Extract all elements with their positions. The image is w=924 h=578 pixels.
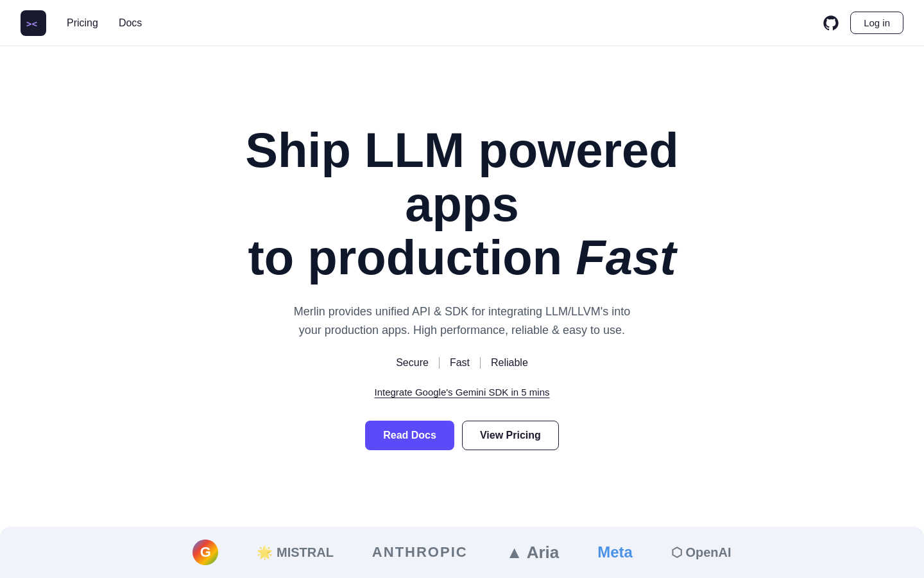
navbar: Pricing Docs Log in [0, 0, 924, 46]
aria-logo: ▲ Aria [506, 543, 560, 563]
hero-badges: Secure Fast Reliable [396, 357, 528, 369]
nav-link-pricing[interactable]: Pricing [67, 17, 98, 29]
hero-title-line1: Ship LLM powered apps [245, 123, 679, 231]
anthropic-logo: ANTHROPIC [372, 544, 468, 561]
hero-buttons: Read Docs View Pricing [365, 421, 559, 450]
badge-fast: Fast [450, 357, 470, 369]
login-button[interactable]: Log in [850, 12, 903, 34]
google-logo: G [193, 539, 218, 565]
meta-logo: Meta [597, 543, 633, 561]
nav-left: Pricing Docs [21, 10, 142, 36]
hero-section: Ship LLM powered apps to production Fast… [0, 46, 924, 450]
badge-divider-2 [480, 357, 481, 369]
hero-subtitle-line1: Merlin provides unified API & SDK for in… [294, 305, 630, 318]
hero-subtitle-line2: your production apps. High performance, … [299, 324, 625, 337]
hero-title-italic: Fast [576, 230, 676, 285]
hero-title-line2: to production [248, 230, 576, 285]
logo-icon [26, 18, 40, 28]
hero-title: Ship LLM powered apps to production Fast [186, 123, 738, 285]
logo[interactable] [21, 10, 46, 36]
badge-secure: Secure [396, 357, 429, 369]
logos-strip: G 🌟 MISTRAL ANTHROPIC ▲ Aria Meta ⬡ Open… [0, 527, 924, 578]
gemini-link[interactable]: Integrate Google's Gemini SDK in 5 mins [375, 387, 550, 398]
nav-link-docs[interactable]: Docs [119, 17, 142, 29]
hero-subtitle: Merlin provides unified API & SDK for in… [294, 302, 630, 340]
read-docs-button[interactable]: Read Docs [365, 421, 454, 450]
badge-reliable: Reliable [491, 357, 528, 369]
view-pricing-button[interactable]: View Pricing [462, 421, 559, 450]
nav-right: Log in [822, 12, 903, 34]
badge-divider-1 [439, 357, 440, 369]
openai-logo: ⬡ OpenAI [671, 545, 732, 560]
mistral-logo: 🌟 MISTRAL [257, 545, 333, 560]
github-icon[interactable] [822, 14, 840, 32]
